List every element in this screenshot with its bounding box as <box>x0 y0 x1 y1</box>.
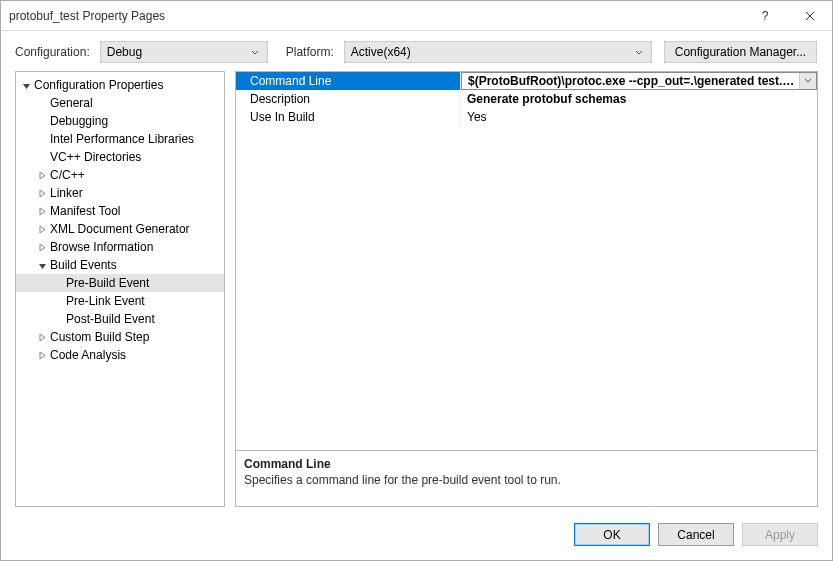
tree-item-label: Browse Information <box>50 240 153 254</box>
chevron-down-icon <box>247 45 263 59</box>
toolbar: Configuration: Debug Platform: Active(x6… <box>1 31 832 71</box>
tree-item-label: XML Document Generator <box>50 222 190 236</box>
tree-item[interactable]: Manifest Tool <box>16 202 224 220</box>
tree-item-label: VC++ Directories <box>50 150 141 164</box>
property-name: Description <box>236 90 461 108</box>
property-row[interactable]: Command Line$(ProtoBufRoot)\protoc.exe -… <box>236 72 817 90</box>
property-value[interactable]: Generate protobuf schemas <box>461 90 817 108</box>
platform-combo[interactable]: Active(x64) <box>344 41 652 63</box>
tree-item[interactable]: Linker <box>16 184 224 202</box>
help-icon: ? <box>760 10 770 22</box>
right-pane: Command Line$(ProtoBufRoot)\protoc.exe -… <box>235 71 818 507</box>
tree-item[interactable]: C/C++ <box>16 166 224 184</box>
tree-item[interactable]: XML Document Generator <box>16 220 224 238</box>
property-name: Command Line <box>236 72 461 90</box>
close-button[interactable] <box>787 1 832 31</box>
tree-item[interactable]: VC++ Directories <box>16 148 224 166</box>
tree-spacer <box>52 313 64 325</box>
tree-item[interactable]: Intel Performance Libraries <box>16 130 224 148</box>
cancel-button[interactable]: Cancel <box>658 523 734 546</box>
tree-spacer <box>36 97 48 109</box>
property-row[interactable]: DescriptionGenerate protobuf schemas <box>236 90 817 108</box>
tree-item-label: Build Events <box>50 258 117 272</box>
tree-item[interactable]: Build Events <box>16 256 224 274</box>
tree-spacer <box>36 151 48 163</box>
configuration-combo[interactable]: Debug <box>100 41 268 63</box>
description-title: Command Line <box>244 457 809 471</box>
tree-item-label: C/C++ <box>50 168 85 182</box>
tree-item-label: Code Analysis <box>50 348 126 362</box>
tree-item[interactable]: Debugging <box>16 112 224 130</box>
tree-item-label: Custom Build Step <box>50 330 149 344</box>
ok-button[interactable]: OK <box>574 523 650 546</box>
tree-spacer <box>52 295 64 307</box>
tree-item-label: General <box>50 96 93 110</box>
property-rows: Command Line$(ProtoBufRoot)\protoc.exe -… <box>236 72 817 450</box>
description-pane: Command Line Specifies a command line fo… <box>236 450 817 506</box>
chevron-down-icon <box>631 45 647 59</box>
collapse-icon[interactable] <box>20 79 32 91</box>
tree-item-label: Manifest Tool <box>50 204 120 218</box>
tree-item-label: Debugging <box>50 114 108 128</box>
expand-icon[interactable] <box>36 223 48 235</box>
tree-item[interactable]: Configuration Properties <box>16 76 224 94</box>
expand-icon[interactable] <box>36 349 48 361</box>
property-value[interactable]: Yes <box>461 108 817 126</box>
property-name: Use In Build <box>236 108 461 126</box>
tree-spacer <box>52 277 64 289</box>
tree-item[interactable]: Post-Build Event <box>16 310 224 328</box>
configuration-label: Configuration: <box>15 45 90 59</box>
expand-icon[interactable] <box>36 241 48 253</box>
expand-icon[interactable] <box>36 331 48 343</box>
tree-item-label: Linker <box>50 186 83 200</box>
tree-item[interactable]: Custom Build Step <box>16 328 224 346</box>
tree-item-label: Pre-Build Event <box>66 276 149 290</box>
platform-label: Platform: <box>286 45 334 59</box>
property-grid: Command Line$(ProtoBufRoot)\protoc.exe -… <box>235 71 818 507</box>
apply-button[interactable]: Apply <box>742 523 818 546</box>
help-button[interactable]: ? <box>742 1 787 31</box>
property-row[interactable]: Use In BuildYes <box>236 108 817 126</box>
description-text: Specifies a command line for the pre-bui… <box>244 473 809 487</box>
window-title: protobuf_test Property Pages <box>9 9 742 23</box>
expand-icon[interactable] <box>36 187 48 199</box>
close-icon <box>805 11 815 21</box>
tree-view[interactable]: Configuration PropertiesGeneralDebugging… <box>15 71 225 507</box>
tree-spacer <box>36 133 48 145</box>
config-manager-label: Configuration Manager... <box>675 45 806 59</box>
tree-item[interactable]: Code Analysis <box>16 346 224 364</box>
tree-item-label: Pre-Link Event <box>66 294 145 308</box>
chevron-down-icon[interactable] <box>799 73 816 89</box>
footer: OK Cancel Apply <box>1 515 832 560</box>
tree-item-label: Configuration Properties <box>34 78 163 92</box>
tree-item[interactable]: Pre-Link Event <box>16 292 224 310</box>
config-manager-button[interactable]: Configuration Manager... <box>664 41 817 63</box>
expand-icon[interactable] <box>36 169 48 181</box>
collapse-icon[interactable] <box>36 259 48 271</box>
tree-item[interactable]: Browse Information <box>16 238 224 256</box>
platform-value: Active(x64) <box>351 45 411 59</box>
property-value[interactable]: $(ProtoBufRoot)\protoc.exe --cpp_out=.\g… <box>461 72 817 90</box>
tree-item[interactable]: Pre-Build Event <box>16 274 224 292</box>
expand-icon[interactable] <box>36 205 48 217</box>
tree-item-label: Post-Build Event <box>66 312 155 326</box>
tree-item[interactable]: General <box>16 94 224 112</box>
svg-text:?: ? <box>761 10 768 22</box>
content: Configuration PropertiesGeneralDebugging… <box>1 71 832 515</box>
configuration-value: Debug <box>107 45 142 59</box>
titlebar: protobuf_test Property Pages ? <box>1 1 832 31</box>
tree-item-label: Intel Performance Libraries <box>50 132 194 146</box>
tree-spacer <box>36 115 48 127</box>
